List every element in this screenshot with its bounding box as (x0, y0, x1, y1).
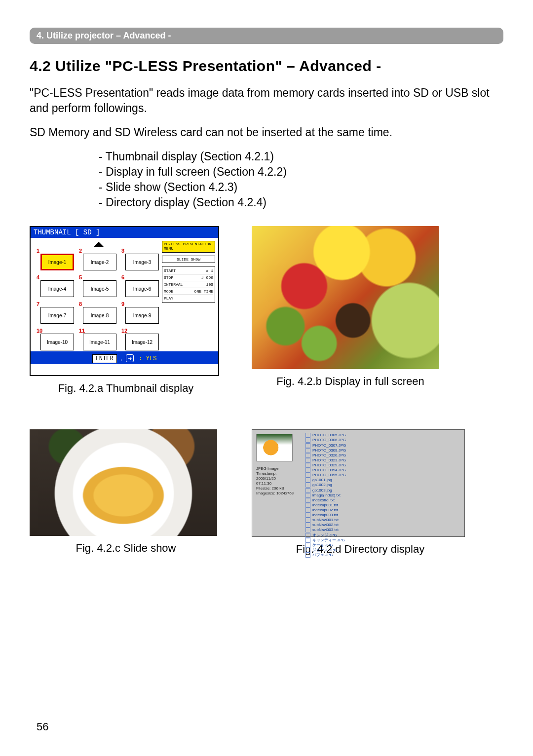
breadcrumb-bar: 4. Utilize projector – Advanced - (30, 28, 503, 44)
setting-value: 10S (206, 282, 213, 287)
file-entry[interactable]: オレンジ.JPG (305, 533, 459, 538)
slideshow-setting-row[interactable]: INTERVAL10S (164, 281, 213, 288)
file-entry[interactable]: ケーキ.JPG (305, 543, 459, 548)
scroll-up-icon[interactable] (94, 242, 104, 247)
setting-key: PLAY (164, 296, 173, 301)
slideshow-photo (30, 429, 217, 536)
thumbnail-label: Image-8 (83, 307, 116, 324)
file-entry[interactable]: PHOTO_0305.JPG (305, 433, 459, 438)
thumbnail-cell-8[interactable]: 8Image-8 (80, 302, 117, 326)
file-entry[interactable]: indexup001.txt (305, 503, 459, 508)
thumbnail-cell-7[interactable]: 7Image-7 (38, 302, 75, 326)
file-entry[interactable]: indexstrol.txt (305, 498, 459, 503)
thumbnail-index: 5 (79, 274, 82, 280)
slideshow-setting-row[interactable]: START# 1 (164, 267, 213, 274)
thumbnail-index: 2 (79, 248, 82, 254)
bullet-fullscreen: - Display in full screen (Section 4.2.2) (99, 164, 503, 180)
thumbnail-title-bar: THUMBNAIL [ SD ] (31, 227, 218, 238)
slideshow-setting-row[interactable]: PLAY (164, 295, 213, 302)
file-entry[interactable]: go1002.jpg (305, 483, 459, 488)
thumbnail-index: 1 (37, 248, 39, 254)
file-entry[interactable]: subNavi002.txt (305, 523, 459, 528)
figure-b: Fig. 4.2.b Display in full screen (252, 226, 449, 395)
thumbnail-index: 7 (37, 301, 39, 307)
file-entry[interactable]: subNavi001.txt (305, 518, 459, 523)
thumbnail-label: Image-9 (125, 307, 159, 324)
slideshow-label: SLIDE SHOW (162, 256, 215, 263)
setting-key: STOP (164, 275, 173, 280)
thumbnail-label: Image-5 (83, 280, 116, 297)
thumbnail-cell-10[interactable]: 10Image-10 (38, 329, 75, 352)
footer-comma: , (120, 355, 122, 362)
file-entry[interactable]: PHOTO_0306.JPG (305, 438, 459, 443)
file-entry[interactable]: キャンディー.JPG (305, 538, 459, 543)
file-entry[interactable]: パフェ.JPG (305, 553, 459, 558)
pcless-menu-header[interactable]: PC-LESS PRESENTATION MENU (162, 241, 215, 253)
bullet-slideshow: - Slide show (Section 4.2.3) (99, 180, 503, 195)
slideshow-setting-row[interactable]: STOP# 999 (164, 274, 213, 281)
file-entry[interactable]: PHOTO_0329.JPG (305, 463, 459, 468)
thumbnail-index: 4 (37, 274, 39, 280)
directory-preview-thumb (256, 434, 293, 461)
page-number: 56 (37, 720, 48, 733)
file-entry[interactable]: image(index).txt (305, 493, 459, 498)
confirm-icon: ➜ (126, 354, 134, 362)
thumbnail-window: THUMBNAIL [ SD ] 1Image-12Image-23Image-… (30, 226, 219, 376)
thumbnail-label: Image-2 (83, 254, 116, 270)
fullscreen-photo (252, 226, 439, 369)
thumbnail-cell-2[interactable]: 2Image-2 (80, 249, 117, 272)
file-entry[interactable]: go1003.jpg (305, 488, 459, 493)
figure-a-caption: Fig. 4.2.a Thumbnail display (30, 382, 222, 395)
file-entry[interactable]: PHOTO_0307.JPG (305, 443, 459, 448)
meta-line: JPEG Image (256, 466, 299, 471)
file-entry[interactable]: PHOTO_0395.JPG (305, 473, 459, 478)
slideshow-setting-row[interactable]: MODEONE TIME (164, 288, 213, 295)
file-entry[interactable]: PHOTO_0323.JPG (305, 458, 459, 463)
directory-file-list: PHOTO_0305.JPGPHOTO_0306.JPGPHOTO_0307.J… (305, 433, 459, 533)
meta-line: Imagesize: 1024x768 (256, 491, 299, 496)
meta-line: 07:11:36 (256, 481, 299, 486)
file-entry[interactable]: subNavi003.txt (305, 528, 459, 532)
setting-key: MODE (164, 289, 173, 294)
thumbnail-index: 10 (37, 328, 42, 334)
meta-line: Filesize: 206 kB (256, 486, 299, 491)
figure-c-caption: Fig. 4.2.c Slide show (30, 542, 222, 555)
thumbnail-cell-9[interactable]: 9Image-9 (122, 302, 160, 326)
thumbnail-label: Image-6 (125, 280, 159, 297)
bullet-thumbnail: - Thumbnail display (Section 4.2.1) (99, 149, 503, 164)
file-entry[interactable]: go1001.jpg (305, 478, 459, 483)
thumbnail-label: Image-7 (40, 307, 74, 324)
setting-value: # 1 (206, 268, 213, 273)
plate-image (30, 429, 217, 536)
slideshow-settings: START# 1STOP# 999INTERVAL10SMODEONE TIME… (162, 266, 215, 303)
file-entry[interactable]: ジュース.JPG (305, 548, 459, 553)
thumbnail-index: 8 (79, 301, 82, 307)
intro-para-2: SD Memory and SD Wireless card can not b… (30, 125, 503, 140)
thumbnail-label: Image-1 (40, 254, 74, 270)
file-entry[interactable]: PHOTO_0394.JPG (305, 468, 459, 473)
enter-key-icon: ENTER (92, 354, 117, 363)
file-entry[interactable]: indexup003.txt (305, 513, 459, 518)
setting-value: # 999 (201, 275, 213, 280)
directory-meta: JPEG ImageTimestamp:2006/11/2507:11:36Fi… (256, 466, 299, 496)
thumbnail-cell-3[interactable]: 3Image-3 (122, 249, 160, 272)
thumbnail-label: Image-10 (40, 334, 74, 350)
thumbnail-index: 11 (79, 328, 85, 334)
thumbnail-cell-5[interactable]: 5Image-5 (80, 275, 117, 299)
thumbnail-cell-11[interactable]: 11Image-11 (80, 329, 117, 352)
thumbnail-cell-12[interactable]: 12Image-12 (122, 329, 160, 352)
figure-b-caption: Fig. 4.2.b Display in full screen (252, 375, 449, 388)
thumbnail-index: 9 (121, 301, 124, 307)
thumbnail-cell-1[interactable]: 1Image-1 (38, 249, 75, 272)
file-entry[interactable]: PHOTO_0308.JPG (305, 448, 459, 453)
thumbnail-label: Image-11 (83, 334, 116, 350)
thumbnail-index: 12 (121, 328, 127, 334)
file-entry[interactable]: PHOTO_0320.JPG (305, 453, 459, 458)
file-entry[interactable]: indexup002.txt (305, 508, 459, 513)
footer-yes: : YES (139, 355, 156, 362)
thumbnail-label: Image-4 (40, 280, 74, 297)
thumbnail-cell-6[interactable]: 6Image-6 (122, 275, 160, 299)
intro-para-1: "PC-LESS Presentation" reads image data … (30, 85, 503, 116)
setting-key: INTERVAL (164, 282, 183, 287)
thumbnail-cell-4[interactable]: 4Image-4 (38, 275, 75, 299)
